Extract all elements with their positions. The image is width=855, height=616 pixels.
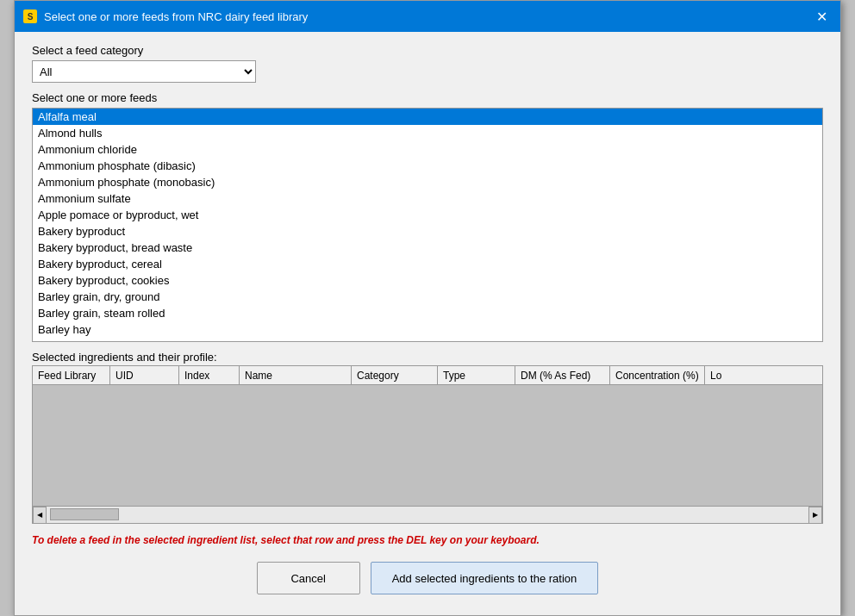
category-select[interactable]: All Energy Protein Mineral Vitamin By-pr… [32,60,256,83]
close-button[interactable]: ✕ [811,6,832,27]
feeds-section: Select one or more feeds Alfalfa mealAlm… [32,91,823,342]
buttons-row: Cancel Add selected ingredients to the r… [32,555,823,603]
table-container: Feed LibraryUIDIndexNameCategoryTypeDM (… [32,365,823,524]
feed-list-item[interactable]: Bakery byproduct [33,223,822,240]
scrollbar-thumb[interactable] [50,508,119,520]
feed-list-item[interactable]: Apple pomace or byproduct, wet [33,207,822,223]
table-header-feedlib: Feed Library [33,366,110,384]
feed-list-item[interactable]: Bakery byproduct, cookies [33,272,822,289]
table-header-lo: Lo [705,366,774,384]
dialog-body: Select a feed category All Energy Protei… [15,32,840,615]
table-header-conc: Concentration (%) [610,366,705,384]
table-header-dm: DM (% As Fed) [515,366,610,384]
feed-list-item[interactable]: Ammonium sulfate [33,190,822,207]
title-bar-left: S Select one or more feeds from NRC dair… [23,9,308,23]
table-scrollbar[interactable]: ◀ ▶ [33,506,822,523]
add-ingredients-button[interactable]: Add selected ingredients to the ration [371,562,599,594]
table-header-uid: UID [110,366,179,384]
cancel-button[interactable]: Cancel [257,562,360,594]
feed-list-item[interactable]: Bakery byproduct, cereal [33,256,822,272]
scroll-left-arrow[interactable]: ◀ [33,507,47,524]
feed-list-item[interactable]: Bakery byproduct, bread waste [33,240,822,256]
feed-list-item[interactable]: Ammonium chloride [33,141,822,158]
feed-list-item[interactable]: Ammonium phosphate (dibasic) [33,158,822,174]
selected-section: Selected ingredients and their profile: … [32,351,823,524]
dialog-icon-text: S [28,12,34,22]
feeds-label: Select one or more feeds [32,91,823,104]
table-header: Feed LibraryUIDIndexNameCategoryTypeDM (… [33,366,822,385]
feed-list-item[interactable]: Barley hay [33,321,822,338]
scroll-right-arrow[interactable]: ▶ [808,507,822,524]
feed-list-item[interactable]: Barley grain, steam rolled [33,305,822,321]
dialog-icon: S [23,9,37,23]
warning-text: To delete a feed in the selected ingredi… [32,534,823,546]
feed-list-item[interactable]: Alfalfa meal [33,109,822,125]
dialog-window: S Select one or more feeds from NRC dair… [14,0,841,616]
category-label: Select a feed category [32,44,823,57]
feed-list-item[interactable]: Barley grain, dry, ground [33,289,822,305]
feeds-listbox[interactable]: Alfalfa mealAlmond hullsAmmonium chlorid… [33,109,822,341]
selected-section-label: Selected ingredients and their profile: [32,351,823,364]
table-header-index: Index [179,366,240,384]
category-section: Select a feed category All Energy Protei… [32,44,823,83]
table-header-type: Type [438,366,515,384]
table-body [33,385,822,506]
scrollbar-track [47,507,808,523]
title-bar: S Select one or more feeds from NRC dair… [15,1,840,32]
table-header-category: Category [352,366,438,384]
table-header-name: Name [240,366,352,384]
feed-list-item[interactable]: Ammonium phosphate (monobasic) [33,174,822,190]
feed-list-item[interactable]: Almond hulls [33,125,822,141]
dialog-title: Select one or more feeds from NRC dairy … [44,10,308,23]
feeds-listbox-container: Alfalfa mealAlmond hullsAmmonium chlorid… [32,108,823,342]
